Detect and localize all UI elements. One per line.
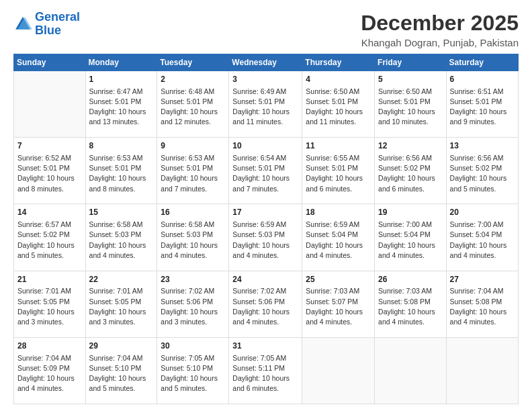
day-info: Sunrise: 7:04 AM Sunset: 5:09 PM Dayligh… xyxy=(17,353,82,394)
calendar-cell: 13Sunrise: 6:56 AM Sunset: 5:02 PM Dayli… xyxy=(446,138,518,204)
calendar-header-sunday: Sunday xyxy=(14,54,86,71)
day-info: Sunrise: 7:01 AM Sunset: 5:05 PM Dayligh… xyxy=(89,286,154,327)
day-info: Sunrise: 7:00 AM Sunset: 5:04 PM Dayligh… xyxy=(378,220,443,261)
calendar-week-5: 28Sunrise: 7:04 AM Sunset: 5:09 PM Dayli… xyxy=(14,337,519,404)
calendar-cell: 28Sunrise: 7:04 AM Sunset: 5:09 PM Dayli… xyxy=(14,337,86,404)
day-info: Sunrise: 7:05 AM Sunset: 5:11 PM Dayligh… xyxy=(232,353,298,394)
day-info: Sunrise: 7:03 AM Sunset: 5:08 PM Dayligh… xyxy=(378,286,443,327)
calendar-table: SundayMondayTuesdayWednesdayThursdayFrid… xyxy=(13,54,519,404)
subtitle: Khangah Dogran, Punjab, Pakistan xyxy=(361,37,519,48)
day-info: Sunrise: 6:52 AM Sunset: 5:01 PM Dayligh… xyxy=(17,153,82,194)
logo: General Blue xyxy=(13,11,80,38)
day-number: 11 xyxy=(306,140,371,152)
day-number: 25 xyxy=(306,274,371,285)
calendar-cell: 2Sunrise: 6:48 AM Sunset: 5:01 PM Daylig… xyxy=(157,71,229,138)
calendar-cell: 18Sunrise: 6:59 AM Sunset: 5:04 PM Dayli… xyxy=(302,204,375,271)
day-number: 15 xyxy=(89,207,154,218)
day-info: Sunrise: 6:58 AM Sunset: 5:03 PM Dayligh… xyxy=(89,220,154,261)
day-number: 29 xyxy=(89,340,154,352)
calendar-cell: 27Sunrise: 7:04 AM Sunset: 5:08 PM Dayli… xyxy=(446,271,518,337)
calendar-cell: 22Sunrise: 7:01 AM Sunset: 5:05 PM Dayli… xyxy=(85,271,157,337)
day-info: Sunrise: 6:51 AM Sunset: 5:01 PM Dayligh… xyxy=(450,87,515,128)
day-number: 7 xyxy=(17,140,82,152)
day-info: Sunrise: 6:54 AM Sunset: 5:01 PM Dayligh… xyxy=(232,153,298,194)
day-info: Sunrise: 6:48 AM Sunset: 5:01 PM Dayligh… xyxy=(161,87,225,128)
calendar-header-monday: Monday xyxy=(85,54,157,71)
day-number: 13 xyxy=(450,140,515,152)
calendar-week-3: 14Sunrise: 6:57 AM Sunset: 5:02 PM Dayli… xyxy=(14,204,519,271)
calendar-cell xyxy=(446,337,518,404)
day-info: Sunrise: 6:53 AM Sunset: 5:01 PM Dayligh… xyxy=(89,153,154,194)
day-number: 31 xyxy=(232,340,298,352)
calendar-header-friday: Friday xyxy=(375,54,447,71)
calendar-week-1: 1Sunrise: 6:47 AM Sunset: 5:01 PM Daylig… xyxy=(14,71,519,138)
calendar-cell: 17Sunrise: 6:59 AM Sunset: 5:03 PM Dayli… xyxy=(229,204,302,271)
calendar-cell: 30Sunrise: 7:05 AM Sunset: 5:10 PM Dayli… xyxy=(157,337,229,404)
day-number: 3 xyxy=(232,74,298,85)
day-info: Sunrise: 6:59 AM Sunset: 5:03 PM Dayligh… xyxy=(232,220,298,261)
calendar-cell xyxy=(375,337,447,404)
calendar-cell: 20Sunrise: 7:00 AM Sunset: 5:04 PM Dayli… xyxy=(446,204,518,271)
day-number: 27 xyxy=(450,274,515,285)
calendar-header-thursday: Thursday xyxy=(302,54,375,71)
day-number: 21 xyxy=(17,274,82,285)
logo-icon xyxy=(13,15,32,34)
day-number: 24 xyxy=(232,274,298,285)
calendar-header-saturday: Saturday xyxy=(446,54,518,71)
day-info: Sunrise: 6:56 AM Sunset: 5:02 PM Dayligh… xyxy=(378,153,443,194)
day-number: 22 xyxy=(89,274,154,285)
day-info: Sunrise: 6:57 AM Sunset: 5:02 PM Dayligh… xyxy=(17,220,82,261)
calendar-cell: 31Sunrise: 7:05 AM Sunset: 5:11 PM Dayli… xyxy=(229,337,302,404)
main-title: December 2025 xyxy=(361,11,519,36)
calendar-cell: 3Sunrise: 6:49 AM Sunset: 5:01 PM Daylig… xyxy=(229,71,302,138)
day-number: 20 xyxy=(450,207,515,218)
calendar-header-wednesday: Wednesday xyxy=(229,54,302,71)
day-number: 18 xyxy=(306,207,371,218)
day-number: 23 xyxy=(161,274,225,285)
day-info: Sunrise: 6:49 AM Sunset: 5:01 PM Dayligh… xyxy=(232,87,298,128)
header: General Blue December 2025 Khangah Dogra… xyxy=(13,11,519,48)
day-info: Sunrise: 7:01 AM Sunset: 5:05 PM Dayligh… xyxy=(17,286,82,327)
logo-text: General Blue xyxy=(35,11,80,38)
calendar-cell: 6Sunrise: 6:51 AM Sunset: 5:01 PM Daylig… xyxy=(446,71,518,138)
day-info: Sunrise: 6:55 AM Sunset: 5:01 PM Dayligh… xyxy=(306,153,371,194)
calendar-cell: 8Sunrise: 6:53 AM Sunset: 5:01 PM Daylig… xyxy=(85,138,157,204)
title-block: December 2025 Khangah Dogran, Punjab, Pa… xyxy=(361,11,519,48)
page: General Blue December 2025 Khangah Dogra… xyxy=(0,0,532,411)
calendar-header-row: SundayMondayTuesdayWednesdayThursdayFrid… xyxy=(14,54,519,71)
day-info: Sunrise: 6:53 AM Sunset: 5:01 PM Dayligh… xyxy=(161,153,225,194)
day-info: Sunrise: 6:50 AM Sunset: 5:01 PM Dayligh… xyxy=(378,87,443,128)
calendar-cell: 26Sunrise: 7:03 AM Sunset: 5:08 PM Dayli… xyxy=(375,271,447,337)
calendar-cell xyxy=(302,337,375,404)
calendar-cell: 21Sunrise: 7:01 AM Sunset: 5:05 PM Dayli… xyxy=(14,271,86,337)
calendar-header-tuesday: Tuesday xyxy=(157,54,229,71)
day-info: Sunrise: 6:50 AM Sunset: 5:01 PM Dayligh… xyxy=(306,87,371,128)
calendar-cell: 9Sunrise: 6:53 AM Sunset: 5:01 PM Daylig… xyxy=(157,138,229,204)
day-info: Sunrise: 7:04 AM Sunset: 5:08 PM Dayligh… xyxy=(450,286,515,327)
calendar-cell: 24Sunrise: 7:02 AM Sunset: 5:06 PM Dayli… xyxy=(229,271,302,337)
calendar-cell: 29Sunrise: 7:04 AM Sunset: 5:10 PM Dayli… xyxy=(85,337,157,404)
day-info: Sunrise: 7:00 AM Sunset: 5:04 PM Dayligh… xyxy=(450,220,515,261)
day-number: 16 xyxy=(161,207,225,218)
day-number: 5 xyxy=(378,74,443,85)
calendar-cell: 14Sunrise: 6:57 AM Sunset: 5:02 PM Dayli… xyxy=(14,204,86,271)
calendar-week-4: 21Sunrise: 7:01 AM Sunset: 5:05 PM Dayli… xyxy=(14,271,519,337)
day-info: Sunrise: 7:02 AM Sunset: 5:06 PM Dayligh… xyxy=(161,286,225,327)
calendar-cell: 4Sunrise: 6:50 AM Sunset: 5:01 PM Daylig… xyxy=(302,71,375,138)
day-info: Sunrise: 6:47 AM Sunset: 5:01 PM Dayligh… xyxy=(89,87,154,128)
day-number: 4 xyxy=(306,74,371,85)
calendar-cell: 15Sunrise: 6:58 AM Sunset: 5:03 PM Dayli… xyxy=(85,204,157,271)
day-info: Sunrise: 7:02 AM Sunset: 5:06 PM Dayligh… xyxy=(232,286,298,327)
calendar-cell: 1Sunrise: 6:47 AM Sunset: 5:01 PM Daylig… xyxy=(85,71,157,138)
calendar-cell: 12Sunrise: 6:56 AM Sunset: 5:02 PM Dayli… xyxy=(375,138,447,204)
day-info: Sunrise: 7:05 AM Sunset: 5:10 PM Dayligh… xyxy=(161,353,225,394)
day-number: 2 xyxy=(161,74,225,85)
calendar-cell: 19Sunrise: 7:00 AM Sunset: 5:04 PM Dayli… xyxy=(375,204,447,271)
day-number: 17 xyxy=(232,207,298,218)
day-number: 26 xyxy=(378,274,443,285)
calendar-cell: 23Sunrise: 7:02 AM Sunset: 5:06 PM Dayli… xyxy=(157,271,229,337)
calendar-cell: 25Sunrise: 7:03 AM Sunset: 5:07 PM Dayli… xyxy=(302,271,375,337)
day-number: 8 xyxy=(89,140,154,152)
day-info: Sunrise: 6:59 AM Sunset: 5:04 PM Dayligh… xyxy=(306,220,371,261)
day-number: 9 xyxy=(161,140,225,152)
